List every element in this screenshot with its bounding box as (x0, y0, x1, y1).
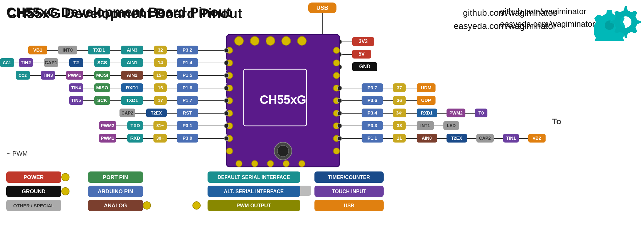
svg-point-285 (62, 173, 69, 181)
svg-text:P1.1: P1.1 (368, 135, 377, 141)
svg-text:17: 17 (158, 98, 163, 103)
svg-text:ALT. SERIAL INTERFACE: ALT. SERIAL INTERFACE (224, 189, 284, 194)
svg-text:MOSI: MOSI (96, 72, 108, 78)
svg-text:OTHER / SPECIAL: OTHER / SPECIAL (13, 203, 54, 208)
svg-text:TIN3: TIN3 (43, 72, 53, 78)
svg-text:15~: 15~ (156, 73, 164, 78)
svg-text:PWM1: PWM1 (101, 136, 114, 141)
svg-point-95 (224, 61, 229, 65)
svg-text:14: 14 (158, 60, 163, 65)
svg-text:USB: USB (344, 203, 354, 208)
svg-text:MISO: MISO (96, 85, 108, 90)
svg-text:P3.0: P3.0 (183, 135, 192, 141)
svg-text:RXD1: RXD1 (126, 85, 138, 90)
svg-point-37 (333, 60, 340, 66)
svg-text:PWM OUTPUT: PWM OUTPUT (236, 203, 271, 208)
svg-text:TIN4: TIN4 (71, 85, 81, 90)
svg-text:CH55xG: CH55xG (260, 93, 306, 106)
svg-text:31~: 31~ (156, 123, 164, 128)
svg-point-246 (337, 124, 342, 128)
svg-text:5V: 5V (358, 51, 365, 57)
svg-text:SCS: SCS (97, 60, 107, 65)
svg-text:LED: LED (447, 123, 456, 128)
svg-point-120 (224, 73, 229, 78)
svg-point-51 (277, 145, 289, 157)
svg-text:T0: T0 (478, 110, 484, 115)
svg-text:33: 33 (397, 123, 402, 128)
svg-point-76 (224, 48, 229, 53)
svg-text:INT1: INT1 (420, 123, 430, 128)
svg-text:TXD1: TXD1 (93, 47, 105, 53)
svg-text:PWM1: PWM1 (68, 73, 81, 78)
svg-point-259 (337, 136, 342, 141)
svg-text:GND: GND (359, 64, 370, 69)
svg-text:11: 11 (397, 135, 402, 141)
svg-text:VB1: VB1 (33, 47, 42, 53)
svg-text:32: 32 (158, 47, 163, 53)
svg-point-26 (297, 36, 306, 45)
svg-point-297 (143, 202, 151, 209)
svg-text:UDP: UDP (421, 98, 431, 103)
svg-text:INT0: INT0 (63, 47, 73, 53)
svg-point-184 (224, 124, 229, 128)
svg-text:P1.5: P1.5 (183, 72, 192, 78)
svg-point-48 (283, 160, 289, 167)
svg-text:5V: 5V (341, 63, 344, 66)
svg-text:P3.7: P3.7 (368, 85, 377, 90)
svg-text:TOUCH INPUT: TOUCH INPUT (332, 189, 366, 194)
svg-text:P1.7: P1.7 (183, 98, 192, 103)
svg-text:T2EX: T2EX (451, 136, 462, 141)
svg-text:TIN5: TIN5 (71, 98, 81, 103)
svg-text:ANALOG: ANALOG (104, 203, 127, 209)
svg-text:CC1: CC1 (3, 60, 11, 65)
svg-point-24 (266, 36, 275, 45)
svg-text:TIMER/COUNTER: TIMER/COUNTER (328, 175, 370, 180)
svg-point-197 (224, 136, 229, 141)
svg-text:P3.1: P3.1 (183, 123, 192, 128)
svg-text:36: 36 (397, 98, 402, 103)
svg-point-230 (337, 111, 342, 115)
svg-text:RST: RST (183, 110, 192, 115)
svg-text:CAP: CAP (299, 169, 305, 172)
svg-text:GROUND: GROUND (22, 188, 46, 194)
svg-text:PWM2: PWM2 (449, 110, 463, 115)
svg-text:37: 37 (397, 85, 402, 90)
svg-point-158 (224, 98, 229, 103)
svg-text:UDM: UDM (421, 85, 431, 90)
svg-text:TXD: TXD (130, 123, 140, 128)
svg-text:AIN3: AIN3 (127, 47, 137, 53)
svg-text:AIN0: AIN0 (422, 136, 432, 141)
svg-point-288 (62, 188, 69, 195)
pinout-diagram: CH55xG Development Board Pinout github.c… (0, 0, 644, 230)
svg-point-22 (235, 36, 243, 45)
svg-text:P1.6: P1.6 (183, 85, 192, 90)
svg-point-142 (224, 86, 229, 90)
svg-point-35 (226, 148, 233, 154)
svg-text:TIN1: TIN1 (506, 136, 516, 141)
svg-text:AIN1: AIN1 (127, 60, 137, 65)
svg-text:PWM2: PWM2 (101, 123, 114, 128)
svg-text:34~: 34~ (396, 110, 403, 115)
svg-text:TIN2: TIN2 (21, 60, 31, 65)
svg-text:P1.4: P1.4 (183, 60, 193, 65)
svg-text:RXD1: RXD1 (421, 110, 433, 115)
svg-point-210 (337, 86, 342, 90)
svg-point-45 (236, 160, 242, 167)
svg-text:AIN2: AIN2 (127, 72, 137, 78)
svg-text:DEFAULT SERIAL INTERFACE: DEFAULT SERIAL INTERFACE (218, 175, 290, 180)
svg-point-36 (333, 47, 340, 53)
svg-text:30~: 30~ (156, 136, 164, 141)
svg-text:POWER: POWER (24, 174, 44, 180)
svg-text:CAP2: CAP2 (479, 136, 491, 141)
svg-point-47 (267, 160, 274, 167)
svg-text:USB: USB (316, 5, 328, 11)
svg-text:P3.3: P3.3 (368, 123, 377, 128)
svg-text:CC2: CC2 (19, 73, 27, 78)
svg-text:CAP1: CAP1 (45, 60, 57, 65)
svg-text:T2EX: T2EX (151, 110, 162, 115)
svg-text:~ PWM: ~ PWM (7, 150, 28, 157)
svg-text:3V3: 3V3 (341, 51, 344, 56)
svg-text:GND: GND (341, 74, 344, 81)
svg-point-44 (333, 148, 340, 154)
svg-point-46 (252, 160, 258, 167)
